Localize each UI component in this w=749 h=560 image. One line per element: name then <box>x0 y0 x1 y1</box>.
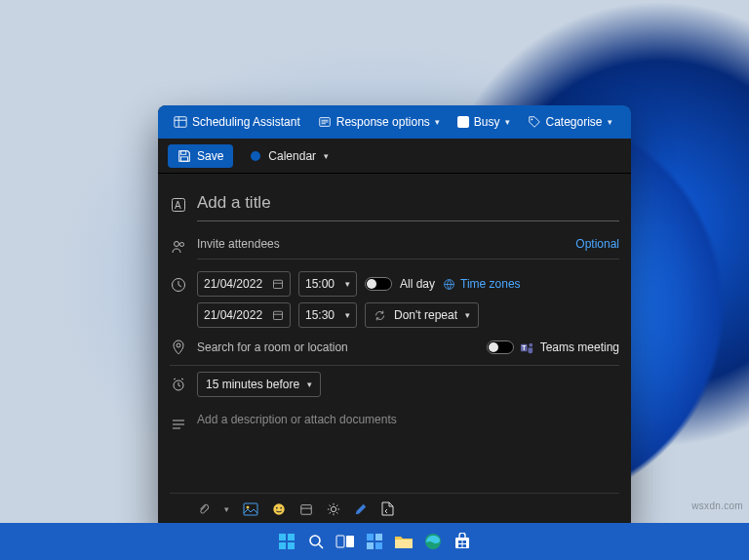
calendar-color-dot <box>251 151 260 161</box>
edge-icon[interactable] <box>422 531 444 552</box>
svg-rect-0 <box>175 117 186 128</box>
location-icon <box>170 340 187 355</box>
end-date-input[interactable] <box>204 308 266 322</box>
teams-toggle[interactable] <box>487 340 514 354</box>
svg-rect-48 <box>288 542 295 549</box>
svg-rect-60 <box>458 540 462 543</box>
reminder-label: 15 minutes before <box>206 378 299 391</box>
categorise-label: Categorise <box>546 115 603 129</box>
optional-link[interactable]: Optional <box>575 237 619 251</box>
svg-line-43 <box>330 512 331 513</box>
svg-rect-61 <box>463 540 467 543</box>
event-editor-window: Scheduling Assistant Response options ▾ … <box>158 105 631 530</box>
show-as-button[interactable]: Busy ▾ <box>452 111 516 133</box>
watermark: wsxdn.com <box>691 500 743 511</box>
svg-rect-63 <box>463 544 467 547</box>
time-zones-label: Time zones <box>460 277 521 291</box>
svg-line-50 <box>319 544 323 548</box>
people-icon <box>170 239 187 255</box>
svg-point-8 <box>531 119 532 121</box>
description-input[interactable] <box>197 413 619 481</box>
svg-rect-62 <box>458 544 462 547</box>
time-zones-link[interactable]: Time zones <box>443 277 521 291</box>
svg-rect-54 <box>375 534 382 540</box>
chevron-down-icon: ▾ <box>465 310 470 320</box>
tag-icon <box>528 115 541 129</box>
svg-rect-53 <box>367 534 374 540</box>
categorise-button[interactable]: Categorise ▾ <box>522 111 618 133</box>
start-time-field[interactable]: ▾ <box>298 271 357 297</box>
svg-text:T: T <box>522 343 526 350</box>
svg-rect-10 <box>181 156 188 160</box>
task-view-icon[interactable] <box>335 531 356 552</box>
explorer-icon[interactable] <box>393 531 414 552</box>
emoji-icon[interactable] <box>272 502 286 516</box>
svg-point-31 <box>273 503 284 514</box>
search-icon[interactable] <box>305 531 327 552</box>
more-options-button[interactable]: ⋯ <box>624 111 631 133</box>
save-label: Save <box>197 149 223 163</box>
brightness-icon[interactable] <box>327 502 340 516</box>
svg-point-32 <box>276 506 278 508</box>
all-day-label: All day <box>400 277 435 291</box>
store-icon[interactable] <box>452 531 473 552</box>
title-input[interactable] <box>197 187 619 221</box>
taskbar[interactable] <box>0 523 749 560</box>
location-input[interactable] <box>197 340 477 354</box>
scheduling-label: Scheduling Assistant <box>192 115 300 129</box>
end-date-field[interactable] <box>197 302 291 328</box>
start-time-input[interactable] <box>305 277 339 291</box>
calendar-insert-icon[interactable] <box>299 502 313 516</box>
busy-label: Busy <box>474 115 500 129</box>
chevron-down-icon[interactable]: ▾ <box>224 504 229 514</box>
teams-icon: T <box>520 340 534 355</box>
chevron-down-icon: ▾ <box>608 117 612 127</box>
svg-rect-16 <box>274 280 283 288</box>
start-button[interactable] <box>276 531 297 552</box>
svg-line-44 <box>336 504 337 505</box>
chevron-down-icon: ▾ <box>324 151 329 161</box>
format-toolbar: ▾ <box>170 493 619 518</box>
svg-point-49 <box>310 536 320 545</box>
end-time-field[interactable]: ▾ <box>298 302 357 328</box>
attendees-input[interactable] <box>197 237 575 251</box>
response-options-button[interactable]: Response options ▾ <box>312 111 446 133</box>
ellipsis-icon: ⋯ <box>630 115 631 129</box>
all-day-toggle[interactable] <box>365 277 392 291</box>
picture-icon[interactable] <box>243 502 258 516</box>
scheduling-icon <box>174 115 187 129</box>
description-icon <box>170 413 187 432</box>
scheduling-assistant-button[interactable]: Scheduling Assistant <box>168 111 306 133</box>
ribbon: Scheduling Assistant Response options ▾ … <box>158 105 631 139</box>
svg-rect-7 <box>457 116 469 128</box>
pen-icon[interactable] <box>354 502 368 516</box>
chevron-down-icon: ▾ <box>505 117 510 127</box>
response-label: Response options <box>336 115 430 129</box>
svg-text:A: A <box>175 200 181 211</box>
end-time-input[interactable] <box>305 308 339 322</box>
globe-icon <box>443 278 455 291</box>
calendar-picker[interactable]: Calendar ▾ <box>243 145 336 167</box>
attach-icon[interactable] <box>197 502 211 516</box>
calendar-icon <box>272 278 284 290</box>
widgets-icon[interactable] <box>364 531 385 552</box>
chevron-down-icon: ▾ <box>345 279 350 289</box>
repeat-field[interactable]: Don't repeat ▾ <box>365 302 479 328</box>
svg-line-41 <box>330 504 331 505</box>
start-date-input[interactable] <box>204 277 266 291</box>
repeat-icon <box>374 309 386 322</box>
svg-rect-47 <box>279 542 286 549</box>
svg-rect-51 <box>336 536 344 547</box>
svg-point-13 <box>175 241 179 246</box>
chevron-down-icon: ▾ <box>307 380 312 389</box>
svg-rect-34 <box>301 504 312 514</box>
save-button[interactable]: Save <box>168 144 233 168</box>
file-icon[interactable] <box>381 501 394 516</box>
reminder-field[interactable]: 15 minutes before ▾ <box>197 372 321 397</box>
svg-rect-52 <box>346 536 354 547</box>
start-date-field[interactable] <box>197 271 291 297</box>
svg-rect-19 <box>274 311 283 319</box>
svg-rect-57 <box>395 540 413 548</box>
svg-point-14 <box>180 242 184 246</box>
calendar-label: Calendar <box>268 149 316 163</box>
